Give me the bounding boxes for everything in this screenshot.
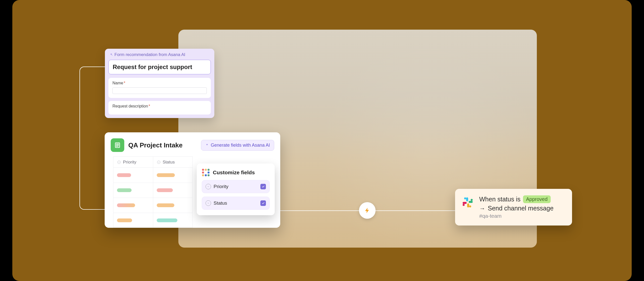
chevron-circle-icon bbox=[206, 184, 211, 189]
automation-condition: When status is Approved bbox=[479, 195, 566, 203]
field-row-status[interactable]: Status bbox=[202, 197, 270, 210]
svg-point-2 bbox=[117, 161, 120, 164]
required-mark: * bbox=[148, 104, 150, 108]
svg-rect-7 bbox=[463, 202, 467, 204]
field-row-priority[interactable]: Priority bbox=[202, 180, 270, 193]
name-label: Name bbox=[112, 81, 123, 85]
status-pill bbox=[157, 173, 175, 177]
form-hint-text: Form recommendation from Asana AI bbox=[114, 52, 185, 57]
sparkle-icon bbox=[205, 143, 209, 147]
customize-fields-panel: Customize fields Priority Status bbox=[197, 163, 275, 215]
status-pill bbox=[157, 188, 173, 192]
project-intake-card: QA Project Intake Generate fields with A… bbox=[105, 132, 280, 228]
table-row bbox=[113, 167, 193, 183]
field-label: Priority bbox=[214, 184, 260, 189]
table-row bbox=[113, 183, 193, 198]
svg-point-9 bbox=[471, 199, 473, 201]
svg-rect-6 bbox=[467, 203, 469, 207]
svg-rect-4 bbox=[466, 197, 468, 201]
table-row bbox=[113, 198, 193, 213]
request-label: Request description bbox=[112, 104, 148, 108]
intake-title: QA Project Intake bbox=[128, 141, 183, 149]
checkbox-checked[interactable] bbox=[260, 200, 266, 206]
svg-point-10 bbox=[469, 205, 471, 207]
chevron-circle-icon bbox=[157, 160, 161, 164]
intake-grid: Priority Status bbox=[113, 156, 193, 228]
automation-action: → Send channel message bbox=[479, 205, 566, 212]
form-recommendation-card: Form recommendation from Asana AI Reques… bbox=[105, 49, 214, 118]
checkbox-checked[interactable] bbox=[260, 184, 266, 189]
chevron-circle-icon bbox=[206, 200, 211, 206]
when-text: When status is bbox=[479, 196, 520, 203]
form-title-text: Request for project support bbox=[113, 64, 207, 71]
svg-point-3 bbox=[157, 161, 160, 164]
svg-point-11 bbox=[463, 204, 465, 206]
form-field-request-description: Request description* bbox=[108, 101, 211, 115]
field-label: Status bbox=[214, 200, 260, 206]
status-pill bbox=[157, 218, 177, 222]
automation-body: When status is Approved → Send channel m… bbox=[479, 195, 566, 219]
customize-header: Customize fields bbox=[202, 168, 270, 177]
stage-background: Form recommendation from Asana AI Reques… bbox=[12, 0, 632, 281]
svg-rect-5 bbox=[469, 201, 473, 203]
col-header-priority: Priority bbox=[113, 157, 153, 167]
chevron-circle-icon bbox=[117, 160, 121, 164]
customize-title: Customize fields bbox=[213, 170, 255, 176]
priority-pill bbox=[117, 188, 132, 192]
status-col-label: Status bbox=[163, 160, 175, 165]
asana-logo-icon bbox=[202, 168, 210, 177]
table-row bbox=[113, 213, 193, 228]
slack-icon bbox=[461, 196, 474, 209]
connector-left bbox=[79, 67, 107, 210]
automation-bolt-icon bbox=[359, 202, 376, 219]
arrow-icon: → bbox=[479, 205, 485, 212]
generate-fields-button[interactable]: Generate fields with Asana AI bbox=[201, 140, 274, 151]
grid-header-row: Priority Status bbox=[113, 156, 193, 167]
automation-card: When status is Approved → Send channel m… bbox=[455, 189, 572, 226]
name-input[interactable] bbox=[112, 87, 207, 94]
action-text: Send channel message bbox=[488, 205, 553, 212]
priority-pill bbox=[117, 218, 132, 222]
automation-channel: #qa-team bbox=[479, 213, 566, 219]
generate-fields-label: Generate fields with Asana AI bbox=[211, 143, 270, 148]
form-field-name: Name* bbox=[108, 78, 211, 98]
priority-pill bbox=[117, 173, 131, 177]
svg-point-8 bbox=[464, 197, 466, 199]
col-header-status: Status bbox=[153, 157, 193, 167]
priority-col-label: Priority bbox=[123, 160, 136, 165]
status-pill bbox=[157, 203, 174, 207]
intake-header: QA Project Intake Generate fields with A… bbox=[105, 132, 280, 156]
required-mark: * bbox=[124, 81, 125, 85]
status-badge: Approved bbox=[523, 195, 551, 203]
form-title-input[interactable]: Request for project support bbox=[108, 60, 211, 74]
priority-pill bbox=[117, 203, 135, 207]
form-hint-row: Form recommendation from Asana AI bbox=[105, 49, 214, 60]
project-icon bbox=[111, 138, 124, 152]
sparkle-icon bbox=[109, 53, 113, 57]
